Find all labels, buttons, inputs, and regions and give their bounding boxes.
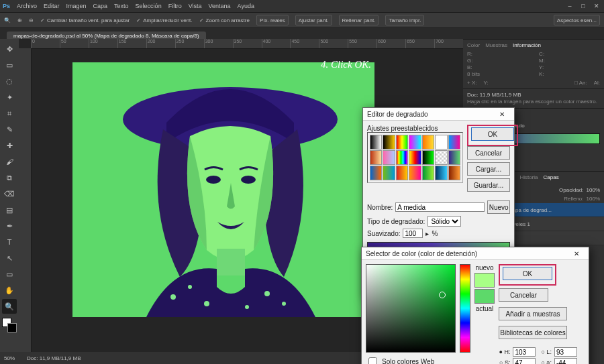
type-label: Tipo de degradado: [367,218,425,225]
zoom-tool-icon[interactable]: 🔍 [2,299,17,314]
s-input[interactable] [513,358,536,364]
web-only-checkbox[interactable] [368,357,377,364]
doc-size: Doc: 11,9 MB/11,9 MB [27,355,81,361]
gradient-tool-icon[interactable]: ▤ [2,202,17,217]
scrubby-zoom-checkbox[interactable]: Zoom con arrastre [199,17,250,23]
opacity-value[interactable]: 100% [587,187,600,193]
minimize-icon[interactable]: – [565,2,574,10]
load-button[interactable]: Cargar... [467,162,510,176]
presets-label: Ajustes preestablecidos [367,125,463,132]
name-label: Nombre: [367,204,393,211]
essentials-button[interactable]: Aspectos esen... [554,15,600,25]
options-bar: 🔍 ⊕ ⊖ Cambiar tamaño vent. para ajustar … [0,12,604,28]
save-button[interactable]: Guardar... [467,178,510,192]
percent-label: % [432,230,438,237]
print-size-button[interactable]: Tamaño impr. [385,15,424,25]
color-libraries-button[interactable]: Bibliotecas de colores [499,326,567,339]
crop-tool-icon[interactable]: ⌗ [2,106,17,121]
marquee-tool-icon[interactable]: ▭ [2,58,17,72]
smooth-input[interactable] [403,229,423,238]
type-select[interactable]: Sólido [427,216,461,227]
instruction-annotation: 4. Click OK. [321,59,371,70]
h-input[interactable] [513,347,536,357]
zoom-value[interactable]: 50% [4,355,15,361]
menu-item[interactable]: Editar [44,3,60,9]
shape-tool-icon[interactable]: ▭ [2,267,17,282]
sv-field[interactable] [366,264,456,353]
menu-item[interactable]: Selección [136,3,162,9]
brush-tool-icon[interactable]: 🖌 [2,154,17,169]
actual-pixels-button[interactable]: Píx. reales [256,15,289,25]
current-color-chip [474,289,495,304]
layers-tab[interactable]: Capas [544,174,559,180]
add-swatch-button[interactable]: Añadir a muestras [499,307,567,320]
svg-point-6 [188,285,192,289]
fill-label: Relleno: [564,196,583,202]
move-tool-icon[interactable]: ✥ [2,42,17,56]
fill-value[interactable]: 100% [587,196,600,202]
cancel-button[interactable]: Cancelar [467,146,510,160]
zoom-out-icon[interactable]: ⊖ [29,17,34,23]
type-tool-icon[interactable]: T [2,235,17,249]
close-icon[interactable]: ✕ [494,109,510,119]
eyedropper-tool-icon[interactable]: ✎ [2,122,17,137]
menu-item[interactable]: Imagen [66,3,87,9]
resize-window-checkbox[interactable]: Cambiar tamaño vent. para ajustar [40,17,130,23]
close-icon[interactable]: ✕ [568,248,585,259]
maximize-icon[interactable]: □ [578,2,588,10]
eraser-tool-icon[interactable]: ⌫ [2,186,17,201]
path-tool-icon[interactable]: ↖ [2,251,17,265]
pen-tool-icon[interactable]: ✒ [2,219,17,233]
gradient-presets[interactable] [367,132,463,183]
color-compare: nuevo actual [474,264,495,364]
healing-tool-icon[interactable]: ✚ [2,138,17,153]
menu-item[interactable]: Ventana [209,3,231,9]
color-picker-dialog: Selector de color (color de detención) ✕… [361,247,589,364]
menu-item[interactable]: Texto [114,3,129,9]
svg-point-5 [170,294,176,300]
color-panel: Color Muestras Información R: C: G: M: B… [463,39,604,88]
dialog-title: Selector de color (color de detención) [366,250,477,257]
color-tab[interactable]: Color [467,42,480,48]
dialog-title: Editor de degradado [367,111,428,118]
swatches-tab[interactable]: Muestras [485,42,507,48]
fit-screen-button[interactable]: Ajustar pant. [295,15,332,25]
hand-tool-icon[interactable]: ✋ [2,283,17,298]
hue-slider[interactable] [460,264,470,353]
new-color-chip [474,273,495,288]
ok-button[interactable]: OK [503,267,552,280]
canvas-image[interactable] [72,62,374,317]
menu-item[interactable]: Capa [93,3,108,9]
info-tab[interactable]: Información [513,42,541,48]
svg-point-7 [204,301,209,306]
lasso-tool-icon[interactable]: ◌ [2,74,17,88]
doc-size-label: Doc: 11,9 MB/11,9 MB [467,92,600,98]
web-only-label: Solo colores Web [382,358,434,364]
a-input[interactable] [554,358,577,364]
l-input[interactable] [554,347,577,357]
color-fields: ● H: ○ L: ○ S: ○ a: ○ B: ○ b: ○ R: C: ○ … [499,347,580,364]
zoom-in-icon[interactable]: ⊕ [17,17,22,23]
opacity-label: Opacidad: [559,187,583,193]
wand-tool-icon[interactable]: ✦ [2,90,17,105]
svg-point-8 [264,291,270,296]
history-tab[interactable]: Historia [519,174,538,180]
clone-tool-icon[interactable]: ⧉ [2,170,17,185]
menu-item[interactable]: Ayuda [238,3,254,9]
ok-button[interactable]: OK [471,127,514,141]
new-label: nuevo [475,264,493,271]
sv-cursor-icon [439,292,446,298]
name-input[interactable] [395,202,485,212]
menu-item[interactable]: Filtro [168,3,182,9]
ruler-vertical [19,48,32,352]
new-button[interactable]: Nuevo [487,200,510,214]
fill-screen-button[interactable]: Rellenar pant. [339,15,379,25]
menu-item[interactable]: Vista [189,3,202,9]
cancel-button[interactable]: Cancelar [499,288,548,302]
animated-zoom-checkbox[interactable]: Ampliar/reducir vent. [136,17,192,23]
smooth-label: Suavizado: [367,230,400,237]
zoom-tool-icon: 🔍 [4,17,11,23]
close-icon[interactable]: ✕ [592,2,601,10]
color-swatches[interactable] [2,318,17,332]
menu-item[interactable]: Archivo [17,3,37,9]
